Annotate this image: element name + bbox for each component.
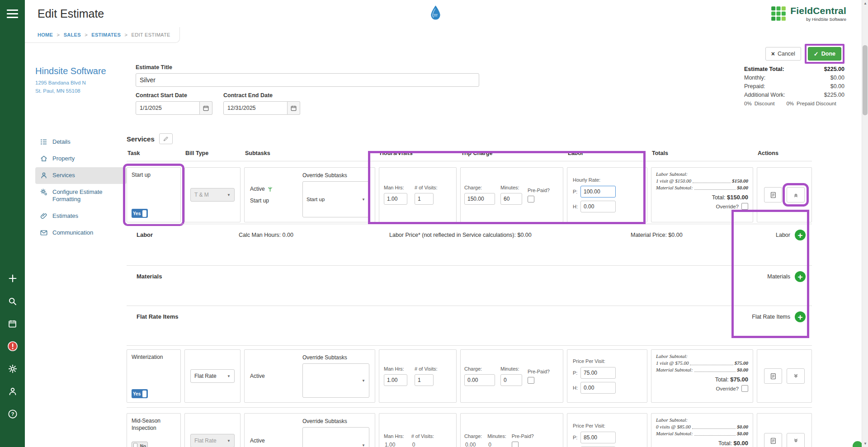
visits-input[interactable]: [415, 193, 434, 205]
nav-item-details[interactable]: Details: [35, 134, 127, 151]
note-icon: [769, 372, 777, 380]
breadcrumb-separator: >: [125, 32, 128, 38]
breadcrumb-separator: >: [85, 32, 88, 38]
charge-input[interactable]: [464, 374, 495, 386]
bill-type-select[interactable]: Flat Rate ▼: [190, 369, 235, 383]
breadcrumb-sales[interactable]: SALES: [64, 32, 81, 38]
minutes-label: Minutes:: [500, 185, 522, 190]
service-detail-section: Labor Calc Man Hours: 0.00 Labor Price* …: [127, 224, 812, 346]
edit-services-pencil-icon[interactable]: [159, 133, 173, 144]
estimate-title-input[interactable]: [136, 73, 479, 87]
p-rate-input[interactable]: [580, 367, 616, 379]
minutes-input[interactable]: [500, 374, 522, 386]
prepaid-checkbox[interactable]: [528, 196, 534, 202]
col-header-actions: Actions: [757, 150, 812, 156]
col-header-task: Task: [127, 150, 181, 156]
prepaid-label: Pre-Paid?: [528, 369, 550, 374]
prepaid-label: Pre-Paid?: [512, 433, 534, 439]
expand-service-button[interactable]: [787, 368, 805, 384]
subtasks-cell: Active Start up Override Subtasks Start …: [244, 167, 375, 222]
h-rate-input[interactable]: [580, 201, 616, 212]
visits-label: # of Visits:: [415, 366, 438, 372]
scroll-up-icon[interactable]: ▲: [862, 0, 868, 7]
add-materials-button[interactable]: Materials +: [767, 271, 806, 282]
task-enabled-toggle[interactable]: Yes: [132, 209, 148, 218]
alert-icon[interactable]: [7, 341, 18, 352]
add-flat-rate-button[interactable]: Flat Rate Items +: [752, 311, 806, 322]
subtask-name: Start up: [250, 198, 293, 204]
breadcrumb-estimates[interactable]: ESTIMATES: [91, 32, 121, 38]
note-icon: [769, 437, 777, 445]
task-enabled-toggle[interactable]: No: [132, 442, 148, 447]
nav-item-configure-estimate-formatting[interactable]: Configure Estimate Formatting: [35, 184, 127, 208]
chevron-double-up-icon: [793, 192, 799, 198]
customer-name[interactable]: Hindsite Software: [35, 66, 136, 76]
override-subtasks-select[interactable]: ▼: [302, 363, 369, 398]
bill-type-cell: T & M ▼: [184, 167, 241, 222]
service-note-button[interactable]: [764, 187, 782, 202]
scrollbar-thumb[interactable]: [863, 45, 868, 115]
p-label: P:: [573, 435, 578, 440]
man-hrs-input[interactable]: [384, 374, 407, 386]
cancel-button[interactable]: × Cancel: [765, 47, 801, 61]
minutes-label: Minutes:: [500, 366, 522, 372]
done-button[interactable]: ✓ Done: [808, 47, 841, 61]
p-rate-input[interactable]: [580, 432, 616, 443]
col-header-hours-visits: Hours/Visits: [379, 150, 457, 156]
man-hrs-input[interactable]: [384, 193, 407, 205]
hours-visits-cell: Man Hrs: # of Visits:: [379, 349, 457, 403]
prepaid-checkbox[interactable]: [528, 377, 534, 384]
calc-man-hours: Calc Man Hours: 0.00: [239, 232, 293, 238]
contract-start-input[interactable]: [136, 101, 200, 115]
h-rate-input[interactable]: [580, 382, 616, 394]
add-labor-button[interactable]: Labor +: [776, 230, 806, 240]
contract-start-calendar-icon[interactable]: [200, 101, 212, 115]
nav-item-communication[interactable]: Communication: [35, 225, 127, 241]
row-divider: [127, 407, 812, 408]
configure-gear-icon: [40, 188, 48, 196]
search-icon[interactable]: [7, 296, 18, 306]
actions-cell: [757, 167, 812, 222]
task-enabled-toggle[interactable]: Yes: [132, 389, 148, 398]
trip-charge-cell: Charge: Minutes: Pre-Paid?: [460, 349, 563, 403]
prepaid-value: $0.00: [830, 82, 844, 91]
service-note-button[interactable]: [764, 433, 782, 447]
rate-type-label: Hourly Rate:: [573, 177, 642, 183]
add-icon[interactable]: [7, 273, 18, 284]
override-checkbox[interactable]: [741, 385, 748, 392]
charge-input[interactable]: [464, 193, 495, 205]
nav-item-property[interactable]: Property: [35, 151, 127, 167]
materials-section-title: Materials: [137, 273, 162, 280]
contract-end-input[interactable]: [223, 101, 288, 115]
breadcrumb-current: EDIT ESTIMATE: [132, 32, 170, 38]
vertical-scrollbar[interactable]: ▲ ▼: [862, 0, 868, 447]
task-name: Winterization: [132, 354, 176, 361]
menu-icon[interactable]: [7, 7, 18, 20]
visits-input[interactable]: [415, 374, 434, 386]
account-person-icon[interactable]: [7, 386, 18, 397]
breadcrumb-home[interactable]: HOME: [38, 32, 53, 38]
page-title: Edit Estimate: [38, 7, 104, 20]
override-subtasks-select[interactable]: ▼: [302, 427, 369, 447]
settings-gear-icon[interactable]: [7, 363, 18, 374]
service-note-button[interactable]: [764, 368, 782, 384]
calendar-icon[interactable]: [7, 318, 18, 329]
hours-visits-cell: Man Hrs: # of Visits:: [379, 167, 457, 222]
expand-service-button[interactable]: [787, 433, 805, 447]
override-checkbox[interactable]: [741, 203, 748, 210]
contract-end-label: Contract End Date: [223, 92, 300, 99]
prepaid-label: Prepaid:: [744, 82, 765, 91]
scroll-down-icon[interactable]: ▼: [862, 440, 868, 447]
override-subtasks-select[interactable]: Start up ▼: [302, 181, 369, 217]
estimate-nav: Details Property Services Configure Esti…: [35, 130, 127, 447]
p-rate-input[interactable]: [580, 186, 616, 198]
note-icon: [769, 191, 777, 199]
collapse-service-button[interactable]: [787, 187, 805, 202]
nav-item-estimates[interactable]: Estimates: [35, 208, 127, 225]
nav-item-services[interactable]: Services: [35, 167, 127, 184]
labor-cell: Hourly Rate: P: H:: [567, 167, 647, 222]
prepaid-checkbox[interactable]: [512, 442, 519, 447]
help-icon[interactable]: ?: [7, 409, 18, 419]
minutes-input[interactable]: [500, 193, 522, 205]
contract-end-calendar-icon[interactable]: [288, 101, 300, 115]
